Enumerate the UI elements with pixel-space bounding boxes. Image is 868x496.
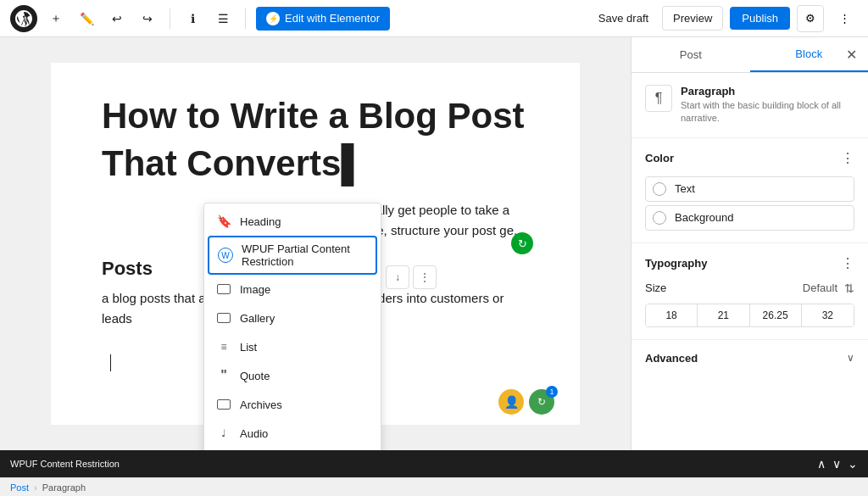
- menu-item-buttons[interactable]: Buttons: [204, 448, 381, 450]
- breadcrumb-post-link[interactable]: Post: [10, 482, 29, 493]
- menu-item-wpuf-label: WPUF Partial Content Restriction: [242, 242, 367, 268]
- block-type-menu: 🔖 Heading W WPUF Partial Content Restric…: [203, 203, 381, 450]
- size-option-26[interactable]: 26.25: [750, 304, 802, 326]
- typography-more-button[interactable]: ⋮: [841, 255, 854, 271]
- gallery-icon: [216, 310, 231, 326]
- user-avatar-green: ↻ 1: [529, 389, 554, 415]
- menu-item-image-label: Image: [240, 283, 270, 296]
- size-option-18[interactable]: 18: [646, 304, 698, 326]
- size-label: Size: [645, 281, 666, 294]
- chevron-down-icon: ∨: [847, 352, 854, 364]
- add-block-button[interactable]: ＋: [44, 7, 68, 31]
- typography-section-header: Typography ⋮: [645, 255, 854, 271]
- info-button[interactable]: ℹ: [181, 7, 204, 31]
- panel-tabs: Post Block ✕: [632, 37, 868, 73]
- breadcrumb: Post › Paragraph: [0, 477, 868, 496]
- elementor-icon: [266, 12, 280, 25]
- menu-item-gallery-label: Gallery: [240, 312, 275, 325]
- move-down-button[interactable]: ↓: [386, 265, 409, 289]
- menu-item-heading[interactable]: 🔖 Heading: [204, 207, 381, 236]
- settings-button[interactable]: ⚙: [797, 5, 824, 32]
- size-option-21[interactable]: 21: [698, 304, 749, 326]
- breadcrumb-separator: ›: [34, 482, 37, 493]
- redo-button[interactable]: ↪: [136, 7, 159, 31]
- typography-section-title: Typography: [645, 257, 707, 270]
- menu-item-list-label: List: [240, 341, 257, 354]
- close-bottom-button[interactable]: ⌄: [848, 457, 858, 471]
- block-options-button[interactable]: ⋮: [413, 265, 437, 289]
- typography-settings-button[interactable]: ⇅: [844, 281, 854, 295]
- wp-logo[interactable]: [10, 5, 37, 32]
- editor-area: How to Write a Blog Post That Converts▌ …: [0, 37, 631, 450]
- top-toolbar: ＋ ✏️ ↩ ↪ ℹ ☰ Edit with Elementor Save dr…: [0, 0, 868, 37]
- paragraph-block-icon: ¶: [645, 85, 672, 112]
- panel-close-button[interactable]: ✕: [841, 45, 861, 65]
- menu-item-gallery[interactable]: Gallery: [204, 304, 381, 332]
- color-section-title: Color: [645, 152, 674, 164]
- color-section-header: Color ⋮: [645, 150, 854, 166]
- menu-item-quote-label: Quote: [240, 370, 270, 382]
- typography-section: Typography ⋮ Size Default ⇅ 18 21 26.25 …: [632, 243, 868, 340]
- menu-item-quote[interactable]: " Quote: [204, 361, 381, 390]
- undo-button[interactable]: ↩: [105, 7, 129, 31]
- expand-button[interactable]: ∨: [832, 457, 841, 471]
- sync-icon[interactable]: ↻: [511, 232, 533, 254]
- color-more-button[interactable]: ⋮: [841, 150, 854, 166]
- notification-badge: 1: [546, 386, 558, 398]
- preview-button[interactable]: Preview: [662, 6, 723, 31]
- block-info-text: Paragraph Start with the basic building …: [681, 85, 854, 125]
- size-option-32[interactable]: 32: [802, 304, 854, 326]
- quote-icon: ": [216, 368, 231, 383]
- heading-icon: 🔖: [216, 214, 231, 229]
- collapse-button[interactable]: ∧: [817, 457, 826, 471]
- menu-item-heading-label: Heading: [240, 215, 281, 228]
- blog-title-line1: How to Write a Blog Post: [102, 97, 529, 136]
- list-view-button[interactable]: ☰: [211, 7, 235, 31]
- text-color-label: Text: [675, 182, 695, 195]
- menu-item-image[interactable]: Image: [204, 275, 381, 304]
- save-draft-button[interactable]: Save draft: [592, 8, 655, 28]
- bottom-controls: ∧ ∨ ⌄: [817, 457, 858, 471]
- toolbar-divider-2: [245, 8, 246, 29]
- editor-content: How to Write a Blog Post That Converts▌ …: [51, 63, 580, 425]
- image-icon: [216, 281, 231, 297]
- bottom-bar: WPUF Content Restriction ∧ ∨ ⌄: [0, 450, 868, 477]
- menu-item-wpuf[interactable]: W WPUF Partial Content Restriction: [208, 236, 377, 275]
- advanced-title: Advanced: [645, 352, 698, 365]
- menu-item-archives[interactable]: Archives: [204, 390, 381, 419]
- color-section: Color ⋮ Text Background: [632, 138, 868, 243]
- main-area: How to Write a Blog Post That Converts▌ …: [0, 37, 868, 450]
- audio-icon: ♩: [216, 426, 231, 441]
- tab-post[interactable]: Post: [632, 37, 750, 72]
- archives-icon: [216, 397, 231, 412]
- elementor-button[interactable]: Edit with Elementor: [256, 7, 390, 31]
- size-default-value: Default: [803, 281, 837, 294]
- toolbar-right: Save draft Preview Publish ⚙ ⋮: [592, 5, 858, 32]
- color-options: Text Background: [645, 176, 854, 231]
- menu-item-archives-label: Archives: [240, 398, 282, 411]
- more-options-button[interactable]: ⋮: [831, 5, 858, 32]
- breadcrumb-current: Paragraph: [42, 482, 86, 493]
- menu-item-list[interactable]: ≡ List: [204, 332, 381, 361]
- advanced-section: Advanced ∨: [632, 340, 868, 376]
- tools-button[interactable]: ✏️: [75, 7, 98, 31]
- wpuf-icon: W: [218, 248, 233, 263]
- toolbar-divider: [170, 8, 170, 29]
- publish-button[interactable]: Publish: [730, 7, 790, 30]
- text-cursor: [110, 354, 111, 371]
- advanced-header[interactable]: Advanced ∨: [645, 352, 854, 365]
- block-name: Paragraph: [681, 85, 854, 98]
- block-description: Start with the basic building block of a…: [681, 99, 854, 125]
- floating-icons: 👤 ↻ 1: [498, 389, 554, 415]
- menu-item-audio-label: Audio: [240, 427, 268, 440]
- menu-item-audio[interactable]: ♩ Audio: [204, 419, 381, 448]
- background-color-option[interactable]: Background: [645, 205, 854, 231]
- elementor-label: Edit with Elementor: [285, 12, 380, 25]
- text-color-radio: [653, 182, 666, 196]
- list-icon: ≡: [216, 339, 231, 354]
- inline-block-controls: ↓ ⋮: [386, 265, 437, 289]
- text-color-option[interactable]: Text: [645, 176, 854, 202]
- bottom-bar-title: WPUF Content Restriction: [10, 459, 810, 469]
- user-avatar-yellow: 👤: [498, 389, 524, 415]
- right-panel: Post Block ✕ ¶ Paragraph Start with the …: [631, 37, 868, 450]
